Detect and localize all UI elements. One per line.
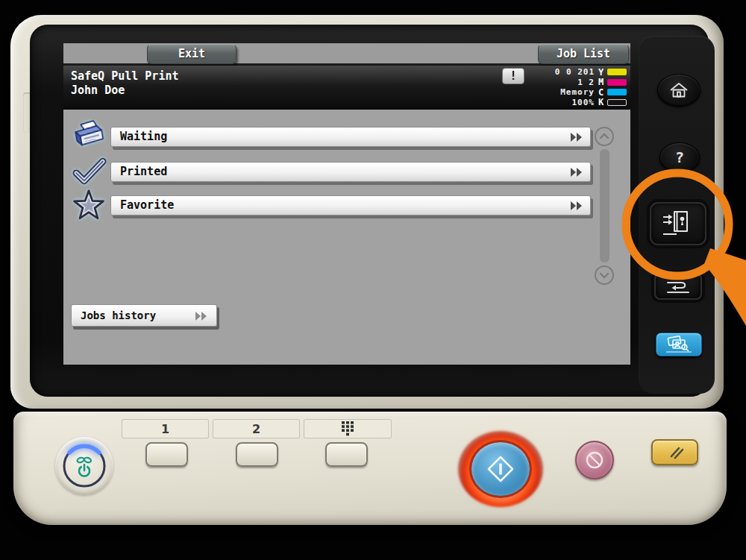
toner-bar-magenta — [607, 79, 627, 86]
waiting-folder-button[interactable]: Waiting — [110, 127, 591, 147]
job-list-button[interactable]: Job List — [538, 44, 629, 64]
register-key-2[interactable] — [236, 442, 278, 467]
toner-bar-cyan — [607, 89, 627, 95]
favorite-label: Favorite — [120, 196, 174, 215]
scroll-up-button[interactable] — [595, 127, 614, 146]
start-button[interactable] — [469, 440, 532, 498]
printer-control-panel: Exit Job List SafeQ Pull Print John Doe … — [0, 0, 746, 560]
status-row: Memory C — [481, 87, 627, 98]
scrollbar-track[interactable] — [600, 149, 609, 262]
scroll-down-button[interactable] — [595, 265, 614, 285]
memory-label: Memory — [481, 87, 595, 97]
toner-letter-c: C — [595, 87, 607, 98]
toner-bar-yellow — [607, 69, 627, 75]
double-chevron-right-icon — [569, 167, 584, 177]
jobs-history-label: Jobs history — [81, 305, 156, 326]
start-icon — [485, 453, 516, 485]
question-mark-icon: ? — [675, 148, 684, 166]
status-row: 100% K — [481, 98, 627, 108]
exit-button[interactable]: Exit — [147, 44, 236, 64]
double-check-icon — [71, 154, 107, 189]
keypad-key-plate — [304, 419, 392, 438]
double-chevron-right-icon — [194, 311, 209, 321]
favorite-folder-button[interactable]: Favorite — [110, 195, 591, 215]
keypad-key[interactable] — [325, 442, 368, 467]
reset-slashes-icon — [664, 444, 686, 461]
register-key-1[interactable] — [145, 442, 188, 467]
star-icon — [71, 187, 107, 223]
status-block: 0 0 201 Y 1 2 M Memory C 100% K — [481, 67, 627, 107]
enlarge-display-icon — [662, 335, 695, 354]
touchscreen: Exit Job List SafeQ Pull Print John Doe … — [63, 43, 630, 365]
reset-button[interactable] — [651, 439, 698, 465]
double-chevron-right-icon — [569, 201, 584, 211]
interrupt-icon — [665, 277, 692, 295]
enlarge-display-button[interactable] — [656, 333, 702, 356]
ten-key-keypad-icon — [342, 421, 354, 436]
status-value: 0 0 201 — [481, 67, 595, 77]
interrupt-button[interactable] — [654, 273, 702, 300]
power-eco-icon — [55, 437, 113, 495]
status-value: 1 2 — [481, 78, 595, 87]
toner-letter-k: K — [595, 97, 607, 107]
register-key-1-label: 1 — [161, 422, 169, 436]
chevron-down-icon — [596, 267, 612, 283]
printer-icon — [71, 119, 107, 155]
power-button[interactable] — [55, 437, 113, 495]
status-row: 1 2 M — [481, 78, 627, 88]
logged-in-user: John Doe — [71, 84, 125, 97]
register-key-2-label: 2 — [252, 422, 260, 436]
app-title: SafeQ Pull Print — [71, 69, 179, 83]
register-key-1-plate: 1 — [122, 419, 209, 438]
toner-letter-y: Y — [595, 67, 607, 78]
printed-folder-button[interactable]: Printed — [110, 162, 591, 182]
stop-icon — [584, 450, 605, 471]
memory-percent: 100% — [481, 98, 595, 107]
screen-header: SafeQ Pull Print John Doe ! 0 0 201 Y 1 … — [63, 66, 630, 110]
toner-bar-black — [607, 99, 627, 106]
jobs-history-button[interactable]: Jobs history — [71, 304, 217, 327]
home-icon — [669, 82, 689, 98]
access-login-button[interactable] — [650, 202, 706, 245]
waiting-label: Waiting — [120, 128, 167, 146]
double-chevron-right-icon — [569, 132, 584, 142]
register-key-2-plate: 2 — [213, 419, 300, 438]
chevron-up-icon — [596, 128, 612, 145]
stop-button[interactable] — [575, 441, 614, 479]
printed-label: Printed — [120, 163, 167, 181]
status-row: 0 0 201 Y — [481, 67, 627, 78]
home-button[interactable] — [657, 74, 700, 106]
toner-letter-m: M — [595, 77, 607, 87]
help-button[interactable]: ? — [659, 142, 700, 172]
access-door-keyhole-icon — [662, 210, 695, 238]
